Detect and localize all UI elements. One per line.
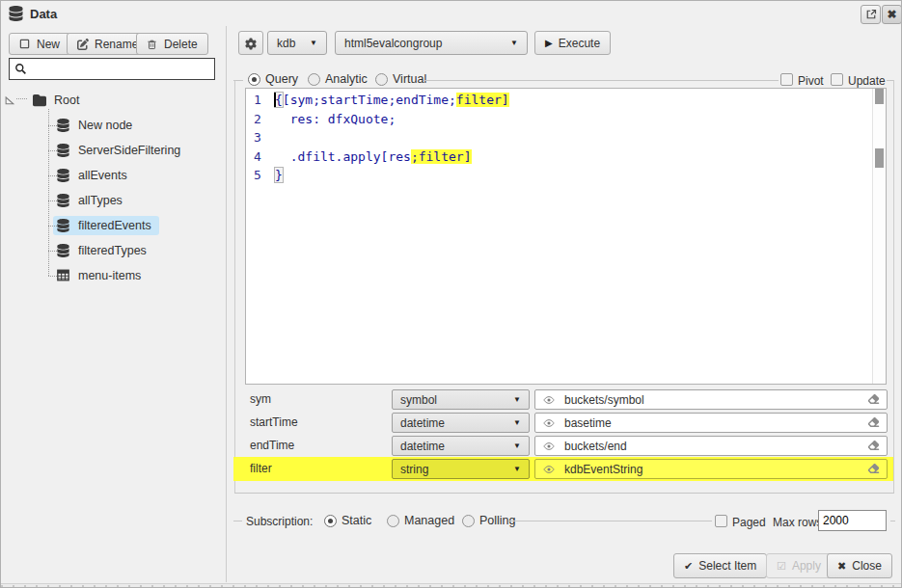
connection-settings-button[interactable] [238,31,263,55]
fieldset-line [509,521,712,521]
mode-label-query: Query [265,72,298,86]
database-icon [57,194,70,207]
parameter-row-sym: sym symbol ▼ buckets/symbol [233,388,893,412]
execute-button-label: Execute [559,37,600,50]
eye-icon[interactable] [542,394,556,406]
update-checkbox[interactable] [831,73,843,86]
caret-down-icon: ▼ [513,395,521,404]
connection-type-select[interactable]: kdb ▼ [267,31,327,55]
parameter-name: endTime [250,434,294,458]
fieldset-line [233,521,242,521]
caret-down-icon: ▼ [501,39,518,47]
expander-icon[interactable] [4,94,15,106]
tree-item-root[interactable]: Root [4,88,87,113]
parameter-type-select[interactable]: datetime ▼ [392,436,530,456]
parameter-value-field[interactable]: kdbEventString [534,459,888,479]
code-line: 2 res: dfxQuote; [246,110,886,129]
subscription-radio-static[interactable]: Static [324,514,371,527]
code-line: 1 {[sym;startTime;endTime;filter] [246,91,886,110]
tree-item-alltypes[interactable]: allTypes [53,188,130,213]
eraser-icon[interactable] [867,463,880,475]
tree-item-serversidefiltering[interactable]: ServerSideFiltering [53,138,188,163]
parameter-type-value: symbol [400,393,437,407]
execute-button[interactable]: ▶ Execute [534,31,611,55]
code-text: .dfilt.apply[res [275,149,411,164]
eye-icon[interactable] [542,441,556,452]
eye-icon[interactable] [542,464,556,475]
delete-button[interactable]: Delete [136,33,208,55]
mode-radio-virtual[interactable]: Virtual [375,72,426,86]
play-icon: ▶ [545,38,553,48]
caret-down-icon: ▼ [513,418,521,427]
code-line: 5 } [246,166,886,185]
subscription-radio-managed[interactable]: Managed [387,514,454,527]
caret-down-icon: ▼ [300,39,317,47]
subscription-radio-polling[interactable]: Polling [462,514,516,527]
mode-label-analytic: Analytic [325,72,368,86]
paged-checkbox[interactable] [715,515,727,527]
code-text: } [274,167,284,183]
tree-item-new-node[interactable]: New node [53,113,140,138]
eraser-icon[interactable] [867,440,880,452]
parameter-type-select[interactable]: symbol ▼ [392,389,530,410]
pivot-label: Pivot [798,74,824,88]
fieldset-line [893,80,894,493]
new-button[interactable]: New [9,33,70,55]
mode-label-virtual: Virtual [393,72,426,86]
tree-item-label: New node [78,119,132,132]
parameter-value-field[interactable]: basetime [534,413,888,433]
table-icon [57,269,70,282]
connection-group-select[interactable]: html5evalcongroup ▼ [335,31,528,55]
eraser-icon[interactable] [867,393,880,406]
tree-item-filteredevents[interactable]: filteredEvents [53,213,159,238]
close-button[interactable]: ✖ Close [827,553,892,578]
close-dialog-button[interactable]: ✖ [882,5,902,24]
search-input[interactable] [32,63,209,76]
parameter-value: buckets/end [564,440,627,453]
tree-search[interactable] [9,58,215,80]
update-label: Update [848,74,886,88]
parameter-type-select[interactable]: string ▼ [392,459,530,479]
folder-icon [33,94,46,107]
line-number: 3 [246,128,275,147]
caret-down-icon: ▼ [513,465,521,473]
database-icon [9,6,23,21]
code-editor[interactable]: 1 {[sym;startTime;endTime;filter] 2 res:… [245,88,887,385]
trash-icon [147,39,158,50]
tree-item-label: menu-items [78,269,141,282]
panel-divider[interactable] [226,26,227,582]
database-icon [57,169,70,182]
popout-button[interactable] [861,5,881,24]
parameter-row-endTime: endTime datetime ▼ buckets/end [233,434,893,458]
eraser-icon[interactable] [867,416,880,429]
tree-item-menu-items[interactable]: menu-items [53,263,149,288]
parameter-type-select[interactable]: datetime ▼ [392,413,530,433]
apply-button[interactable]: ☑ Apply [766,553,832,578]
editor-scrollbar[interactable] [872,89,886,384]
new-button-label: New [37,38,60,51]
edit-icon [77,39,89,50]
eye-icon[interactable] [542,417,556,429]
code-text: res: dfxQuote; [275,112,396,126]
close-button-label: Close [852,559,882,573]
connection-type-value: kdb [277,37,295,50]
line-number: 4 [246,147,275,167]
dialog-title: Data [30,7,57,21]
parameter-value-field[interactable]: buckets/end [534,436,888,456]
tree-item-allevents[interactable]: allEvents [53,163,135,188]
max-rows-input[interactable] [818,510,887,531]
parameter-value: kdbEventString [564,463,642,476]
select-item-button[interactable]: ✔ Select Item [673,553,767,578]
mode-radio-query[interactable]: Query [248,72,298,86]
parameter-type-value: string [400,463,428,476]
blank-square-icon [19,39,31,50]
parameter-name: filter [250,457,272,481]
fieldset-line [424,80,779,81]
mode-radio-analytic[interactable]: Analytic [308,72,368,86]
parameter-value-field[interactable]: buckets/symbol [534,389,888,410]
tree-item-filteredtypes[interactable]: filteredTypes [53,238,154,263]
parameter-value: buckets/symbol [564,393,644,407]
text-cursor [274,93,276,107]
pivot-checkbox[interactable] [780,73,793,86]
tree-connector [48,175,57,176]
